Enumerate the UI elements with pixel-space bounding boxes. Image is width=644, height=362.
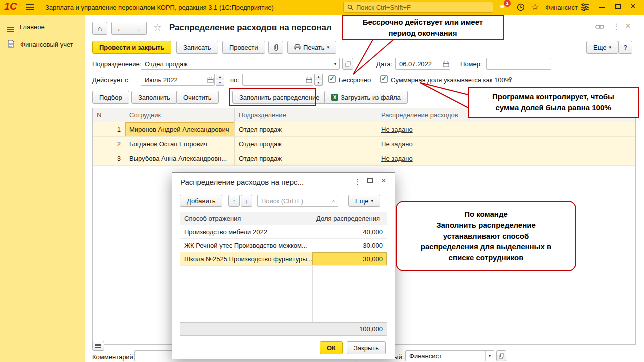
post-label: Провести <box>229 44 258 52</box>
column-header-n[interactable]: N <box>93 108 125 122</box>
fill-button[interactable]: Заполнить <box>131 91 177 104</box>
print-button[interactable]: Печать ▾ <box>287 41 336 54</box>
load-from-file-button[interactable]: X Загрузить из файла <box>324 91 408 104</box>
column-header-department[interactable]: Подразделение <box>235 108 377 122</box>
spin-down-icon[interactable]: ▾ <box>216 80 224 86</box>
form-more-dots-icon[interactable]: ⋮ <box>612 22 620 32</box>
copy-link-icon[interactable] <box>595 24 604 32</box>
dialog-more-button[interactable]: Еще ▾ <box>348 195 380 207</box>
valid-to-input[interactable] <box>242 74 313 86</box>
cell-department[interactable]: Отдел продаж <box>235 152 377 166</box>
cell-n[interactable]: 2 <box>93 137 125 152</box>
date-input[interactable]: 06.07.2022 <box>395 58 450 70</box>
footer-menu-button[interactable] <box>92 341 104 351</box>
fill-distribution-button[interactable]: Заполнить распределение <box>232 91 326 104</box>
dialog-row[interactable]: ЖК Речной утес Производство межком... 30… <box>180 239 387 252</box>
sidebar-item-main[interactable]: Главное <box>0 19 85 36</box>
dialog-more-dots-icon[interactable]: ⋮ <box>354 178 361 186</box>
cell-n[interactable]: 3 <box>93 152 125 166</box>
valid-from-calendar-icon[interactable] <box>206 74 214 86</box>
column-header-method[interactable]: Способ отражения <box>180 212 312 226</box>
pick-button[interactable]: Подбор <box>92 91 129 104</box>
current-user[interactable]: Финансист <box>545 4 578 12</box>
cell-n[interactable]: 1 <box>93 122 125 137</box>
responsible-combo[interactable]: Финансист ▾ <box>405 350 494 362</box>
table-row[interactable]: 1 Миронов Андрей Александрович Отдел про… <box>93 122 635 137</box>
cell-department[interactable]: Отдел продаж <box>235 122 377 137</box>
dialog-close-button[interactable]: Закрыть <box>347 342 386 354</box>
sum-share-checkbox[interactable]: ✓ <box>380 76 388 83</box>
cell-employee[interactable]: Миронов Андрей Александрович <box>125 122 235 137</box>
annotation-sum-control: Программа контролирует, чтобы сумма доле… <box>468 87 639 118</box>
global-search-input[interactable]: Поиск Ctrl+Shift+F <box>343 2 493 13</box>
perpetual-label[interactable]: Бессрочно <box>339 76 371 84</box>
cell-employee[interactable]: Вырубова Анна Александровн... <box>125 152 235 166</box>
cell-department[interactable]: Отдел продаж <box>235 137 377 152</box>
nav-back-button[interactable]: ← <box>111 22 129 35</box>
sum-share-help-icon[interactable]: ? <box>508 76 512 84</box>
move-down-icon: ↓ <box>245 198 248 205</box>
cell-method[interactable]: Школа №2525 Производство фурнитуры... <box>180 252 312 266</box>
cell-method[interactable]: ЖК Речной утес Производство межком... <box>180 239 312 252</box>
dialog-ok-button[interactable]: ОК <box>320 342 343 354</box>
minimize-button[interactable] <box>599 7 605 8</box>
cell-distribution-link[interactable]: Не задано <box>377 137 635 152</box>
close-window-button[interactable]: × <box>630 2 636 12</box>
spin-down-icon[interactable]: ▾ <box>314 80 323 86</box>
clear-label: Очистить <box>183 94 212 102</box>
valid-from-input[interactable]: Июль 2022 <box>141 74 215 86</box>
move-down-button[interactable]: ↓ <box>241 195 252 207</box>
cell-share[interactable]: 40,000 <box>312 226 387 239</box>
favorite-star-icon[interactable]: ☆ <box>153 22 162 34</box>
dialog-header-row: Способ отражения Доля распределения <box>180 212 387 226</box>
department-combo[interactable]: Отдел продаж ▾ <box>141 58 340 70</box>
post-and-close-button[interactable]: Провести и закрыть <box>92 41 171 54</box>
number-input[interactable] <box>486 58 551 70</box>
form-close-icon[interactable]: × <box>625 21 631 32</box>
responsible-dropdown-icon[interactable]: ▾ <box>485 351 494 361</box>
attachments-button[interactable] <box>268 41 283 54</box>
cell-distribution-link[interactable]: Не задано <box>377 152 635 166</box>
cell-share[interactable]: 30,000 <box>312 252 387 266</box>
cell-employee[interactable]: Богданов Остап Егорович <box>125 137 235 152</box>
move-up-button[interactable]: ↑ <box>228 195 240 207</box>
valid-to-calendar-icon[interactable] <box>305 74 313 86</box>
table-row[interactable]: 2 Богданов Остап Егорович Отдел продаж Н… <box>93 137 635 152</box>
column-header-employee[interactable]: Сотрудник <box>125 108 235 122</box>
cell-share[interactable]: 30,000 <box>312 239 387 252</box>
favorites-star-icon[interactable]: ☆ <box>531 2 539 12</box>
department-open-button[interactable] <box>342 58 353 70</box>
column-header-share[interactable]: Доля распределения <box>312 212 387 226</box>
dialog-search-input[interactable]: Поиск (Ctrl+F) × <box>257 195 338 207</box>
form-more-button[interactable]: Еще ▾ <box>586 41 618 54</box>
search-clear-icon[interactable]: × <box>329 196 338 206</box>
sum-share-label[interactable]: Суммарная доля указывается как 100% <box>391 76 511 84</box>
dialog-maximize-icon[interactable] <box>367 178 373 184</box>
spin-up-icon[interactable]: ▴ <box>216 74 224 80</box>
responsible-open-button[interactable] <box>496 350 506 362</box>
main-menu-icon[interactable] <box>26 4 34 6</box>
perpetual-checkbox[interactable]: ✓ <box>328 76 336 83</box>
valid-from-stepper[interactable]: ▴ ▾ <box>216 74 224 86</box>
dialog-add-button[interactable]: Добавить <box>180 195 222 207</box>
settings-tune-icon[interactable] <box>580 4 589 13</box>
history-icon[interactable] <box>516 3 525 14</box>
table-row[interactable]: 3 Вырубова Анна Александровн... Отдел пр… <box>93 152 635 166</box>
dialog-row[interactable]: Производство мебели 2022 40,000 <box>180 226 387 239</box>
post-button[interactable]: Провести <box>222 41 265 54</box>
write-button[interactable]: Записать <box>176 41 218 54</box>
valid-to-stepper[interactable]: ▴ ▾ <box>314 74 323 86</box>
maximize-button[interactable] <box>615 4 621 10</box>
cell-distribution-link[interactable]: Не задано <box>377 122 635 137</box>
nav-forward-button[interactable]: → <box>129 22 147 35</box>
dialog-row[interactable]: Школа №2525 Производство фурнитуры... 30… <box>180 252 387 266</box>
sidebar-item-financial-accounting[interactable]: Финансовый учет <box>0 36 85 54</box>
date-calendar-icon[interactable] <box>442 58 450 70</box>
home-button[interactable]: ⌂ <box>92 22 107 35</box>
department-dropdown-icon[interactable]: ▾ <box>331 58 339 70</box>
cell-method[interactable]: Производство мебели 2022 <box>180 226 312 239</box>
dialog-close-icon[interactable]: × <box>381 176 386 186</box>
clear-button[interactable]: Очистить <box>176 91 219 104</box>
help-button[interactable]: ? <box>618 41 632 54</box>
spin-up-icon[interactable]: ▴ <box>314 74 323 80</box>
